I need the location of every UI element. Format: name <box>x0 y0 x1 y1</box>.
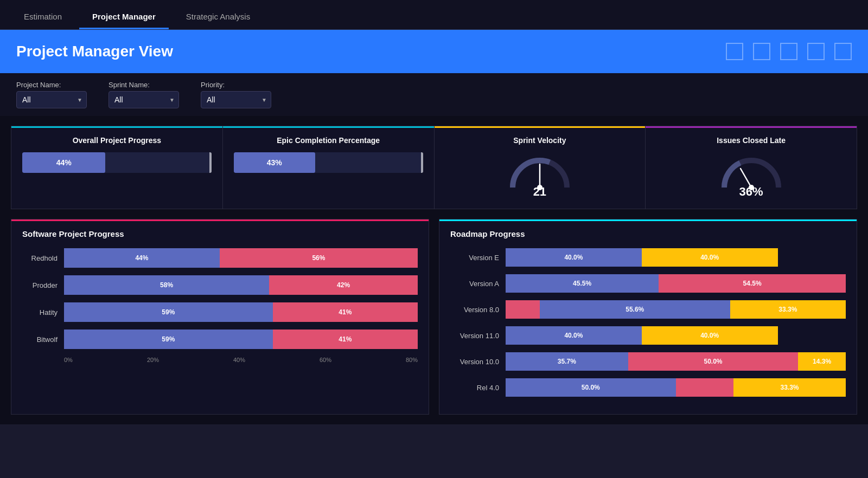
bar-label-prodder: Prodder <box>22 281 58 289</box>
table-row: Version 8.0 55.6% 33.3% <box>450 300 846 319</box>
bar-seg-blue: 59% <box>64 302 273 322</box>
table-row: Redhold 44% 56% <box>22 248 418 268</box>
kpi-velocity-title: Sprint Velocity <box>445 136 635 145</box>
software-progress-title: Software Project Progress <box>22 229 418 238</box>
table-row: Bitwolf 59% 41% <box>22 330 418 349</box>
kpi-sprint-velocity: Sprint Velocity 21 <box>435 126 646 209</box>
bar-hatity: 59% 41% <box>64 302 418 322</box>
header-banner: Project Manager View <box>0 30 868 73</box>
bar-label-hatity: Hatity <box>22 308 58 316</box>
bar-redhold: 44% 56% <box>64 248 418 268</box>
roadmap-panel: Roadmap Progress Version E 40.0% 40.0% V… <box>439 219 857 415</box>
bar-seg: 40.0% <box>506 248 642 267</box>
priority-select[interactable]: AllOption 1Option 2 <box>201 91 271 108</box>
bar-seg-blue: 58% <box>64 275 269 295</box>
bar-seg-blue: 59% <box>64 330 273 349</box>
bar-bitwolf: 59% 41% <box>64 330 418 349</box>
table-row: Version E 40.0% 40.0% <box>450 248 846 267</box>
table-row: Version A 45.5% 54.5% <box>450 274 846 293</box>
bar-label-redhold: Redhold <box>22 254 58 262</box>
roadmap-label: Version 11.0 <box>450 332 499 340</box>
x-label: 40% <box>233 357 245 363</box>
x-axis: 0% 20% 40% 60% 80% <box>64 357 418 363</box>
bar-seg: 35.7% <box>506 352 628 371</box>
sprint-name-filter: Sprint Name: AllOption 1Option 2 <box>108 81 179 108</box>
x-label: 80% <box>406 357 418 363</box>
charts-row: Software Project Progress Redhold 44% 56… <box>11 219 857 415</box>
filters-bar: Project Name: AllOption 1Option 2 Sprint… <box>0 73 868 116</box>
tabs-bar: Estimation Project Manager Strategic Ana… <box>0 0 868 30</box>
bar-seg <box>676 378 734 397</box>
kpi-overall-progress: Overall Project Progress 44% <box>11 126 223 209</box>
priority-label: Priority: <box>201 81 271 89</box>
bar-seg: 54.5% <box>659 274 846 293</box>
kpi-epic-completion: Epic Completion Percentage 43% <box>223 126 435 209</box>
roadmap-bar: 55.6% 33.3% <box>506 300 846 319</box>
sprint-name-label: Sprint Name: <box>108 81 179 89</box>
x-label: 0% <box>64 357 73 363</box>
velocity-value: 21 <box>533 185 546 199</box>
epic-progress-fill: 43% <box>234 152 315 173</box>
overall-progress-fill: 44% <box>22 152 105 173</box>
roadmap-bar: 45.5% 54.5% <box>506 274 846 293</box>
table-row: Rel 4.0 50.0% 33.3% <box>450 378 846 397</box>
bar-seg-pink: 41% <box>273 302 418 322</box>
roadmap-bar: 40.0% 40.0% <box>506 248 846 267</box>
bar-seg-pink: 42% <box>269 275 418 295</box>
roadmap-label: Version A <box>450 280 499 288</box>
roadmap-label: Version E <box>450 254 499 262</box>
bar-seg: 45.5% <box>506 274 659 293</box>
page-title: Project Manager View <box>16 43 173 60</box>
bar-seg: 40.0% <box>642 326 778 345</box>
bar-seg-pink: 56% <box>220 248 418 268</box>
bar-seg: 50.0% <box>628 352 799 371</box>
bar-seg: 50.0% <box>506 378 676 397</box>
table-row: Prodder 58% 42% <box>22 275 418 295</box>
priority-filter: Priority: AllOption 1Option 2 <box>201 81 271 108</box>
bar-seg: 33.3% <box>730 300 846 319</box>
bar-seg: 14.3% <box>798 352 846 371</box>
tab-estimation[interactable]: Estimation <box>11 5 75 29</box>
kpi-issues-title: Issues Closed Late <box>656 136 846 145</box>
tab-strategic-analysis[interactable]: Strategic Analysis <box>173 5 263 29</box>
banner-decoration <box>726 30 868 73</box>
roadmap-label: Version 8.0 <box>450 306 499 314</box>
issues-value: 36% <box>739 185 763 199</box>
roadmap-bar: 35.7% 50.0% 14.3% <box>506 352 846 371</box>
kpi-row: Overall Project Progress 44% Epic Comple… <box>11 126 857 209</box>
project-name-filter: Project Name: AllOption 1Option 2 <box>16 81 87 108</box>
bar-label-bitwolf: Bitwolf <box>22 335 58 344</box>
bar-seg: 33.3% <box>733 378 846 397</box>
main-content: Overall Project Progress 44% Epic Comple… <box>0 116 868 424</box>
software-progress-panel: Software Project Progress Redhold 44% 56… <box>11 219 429 415</box>
tab-project-manager[interactable]: Project Manager <box>79 5 169 29</box>
table-row: Version 11.0 40.0% 40.0% <box>450 326 846 345</box>
epic-progress-bar: 43% <box>234 152 423 173</box>
roadmap-title: Roadmap Progress <box>450 229 846 238</box>
roadmap-label: Rel 4.0 <box>450 384 499 392</box>
issues-gauge: 36% <box>656 152 846 199</box>
project-name-label: Project Name: <box>16 81 87 89</box>
bar-seg: 55.6% <box>540 300 730 319</box>
sprint-name-select[interactable]: AllOption 1Option 2 <box>108 91 179 108</box>
kpi-issues-closed: Issues Closed Late 36% <box>646 126 857 209</box>
roadmap-bar: 40.0% 40.0% <box>506 326 846 345</box>
roadmap-bar: 50.0% 33.3% <box>506 378 846 397</box>
bar-seg <box>506 300 540 319</box>
bar-seg: 40.0% <box>506 326 642 345</box>
bar-seg: 40.0% <box>642 248 778 267</box>
kpi-epic-title: Epic Completion Percentage <box>234 136 423 145</box>
x-label: 20% <box>147 357 159 363</box>
bar-prodder: 58% 42% <box>64 275 418 295</box>
table-row: Hatity 59% 41% <box>22 302 418 322</box>
table-row: Version 10.0 35.7% 50.0% 14.3% <box>450 352 846 371</box>
software-bar-chart: Redhold 44% 56% Prodder 58% 42% Hatity <box>22 248 418 363</box>
project-name-select[interactable]: AllOption 1Option 2 <box>16 91 87 108</box>
bar-seg-pink: 41% <box>273 330 418 349</box>
velocity-gauge: 21 <box>445 152 635 199</box>
overall-progress-bar: 44% <box>22 152 212 173</box>
roadmap-label: Version 10.0 <box>450 358 499 366</box>
kpi-overall-title: Overall Project Progress <box>22 136 212 145</box>
x-label: 60% <box>320 357 331 363</box>
bar-seg-blue: 44% <box>64 248 220 268</box>
